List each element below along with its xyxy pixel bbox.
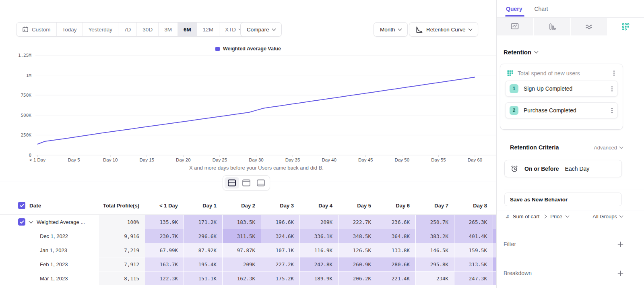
retention-value-cell[interactable]: 383.2K: [416, 229, 454, 243]
retention-value-cell[interactable]: 116.9K: [300, 243, 338, 257]
retention-value-cell[interactable]: 234K: [416, 271, 454, 285]
retention-value-cell[interactable]: 171.2K: [184, 215, 222, 229]
retention-value-cell[interactable]: 196.6K: [261, 215, 299, 229]
expand-chevron-icon[interactable]: [29, 219, 33, 223]
measurement-property-dropdown[interactable]: # Sum of cart Price: [506, 213, 569, 220]
retention-value-cell[interactable]: 97.87K: [223, 243, 261, 257]
retention-value-cell[interactable]: 195.4K: [184, 257, 222, 271]
range-button-custom[interactable]: Custom: [17, 23, 57, 36]
retention-value-cell[interactable]: 227.2K: [261, 257, 299, 271]
range-button-today[interactable]: Today: [57, 23, 83, 36]
retention-value-cell[interactable]: 265.3K: [454, 215, 493, 229]
row-checkbox[interactable]: [18, 218, 25, 226]
tab-chart[interactable]: Chart: [534, 0, 548, 17]
retention-value-cell[interactable]: 162.3K: [223, 271, 261, 285]
range-button-7d[interactable]: 7D: [118, 23, 137, 36]
retention-value-cell[interactable]: 183.5K: [223, 215, 261, 229]
criteria-condition-card[interactable]: On or Before Each Day: [504, 160, 622, 177]
retention-value-cell[interactable]: 209K: [223, 257, 261, 271]
retention-value-cell[interactable]: 221.4K: [377, 271, 415, 285]
retention-value-cell[interactable]: 311.5K: [223, 229, 261, 243]
behavior-header[interactable]: Total spend of new users: [500, 64, 623, 81]
retention-value-cell[interactable]: 87.92K: [184, 243, 222, 257]
retention-value-cell[interactable]: 324.6K: [261, 229, 299, 243]
retention-value-cell[interactable]: 250.7K: [416, 215, 454, 229]
retention-value-cell[interactable]: 209K: [300, 215, 338, 229]
criteria-condition: On or Before: [524, 166, 559, 172]
row-label: Dec 1, 2022: [40, 233, 68, 239]
range-button-3m[interactable]: 3M: [159, 23, 178, 36]
report-tab-insights[interactable]: [497, 18, 534, 35]
retention-value-cell[interactable]: 260.9K: [339, 257, 377, 271]
compare-button[interactable]: Compare: [240, 22, 282, 37]
kebab-menu-icon[interactable]: [613, 73, 615, 74]
retention-value-cell[interactable]: 126.5K: [339, 243, 377, 257]
retention-value-cell[interactable]: 348.5K: [339, 229, 377, 243]
retention-value-cell[interactable]: 247.3K: [454, 271, 493, 285]
x-axis-tick: < 1 Day: [19, 157, 56, 162]
kebab-menu-icon[interactable]: [611, 88, 613, 89]
tab-query[interactable]: Query: [506, 0, 522, 17]
retention-value-cell[interactable]: 336.1K: [300, 229, 338, 243]
retention-value-cell[interactable]: 206.2K: [339, 271, 377, 285]
retention-value-cell[interactable]: 67.99K: [145, 243, 184, 257]
range-button-30d[interactable]: 30D: [137, 23, 159, 36]
range-button-yesterday[interactable]: Yesterday: [83, 23, 119, 36]
retention-table: DateTotal Profile(s)< 1 DayDay 1Day 2Day…: [0, 197, 496, 286]
retention-value-cell[interactable]: 230.7K: [145, 229, 184, 243]
compare-label: Compare: [247, 27, 269, 33]
x-axis-tick: Day 55: [420, 157, 456, 162]
retention-value-cell[interactable]: 151.1K: [184, 271, 222, 285]
behavior-step[interactable]: 2Purchase Completed: [505, 102, 618, 118]
retention-value-cell[interactable]: 295.8K: [416, 257, 454, 271]
retention-value-cell[interactable]: 163.7K: [145, 257, 184, 271]
granularity-label: Month: [380, 27, 395, 33]
select-all-checkbox[interactable]: [18, 202, 25, 209]
range-label: 7D: [124, 27, 131, 33]
retention-value-cell[interactable]: 242.8K: [300, 257, 338, 271]
legend-swatch: [215, 47, 220, 51]
row-label-cell: Feb 1, 2023: [0, 257, 99, 271]
add-breakdown-button[interactable]: [617, 270, 623, 276]
retention-value-cell[interactable]: 236.6K: [377, 215, 415, 229]
granularity-button[interactable]: Month: [374, 22, 408, 37]
chart-type-button[interactable]: Retention Curve: [409, 22, 478, 37]
chart-legend[interactable]: Weighted Average Value: [0, 46, 496, 52]
y-axis-tick: 1.25M: [2, 53, 31, 58]
retention-value-cell[interactable]: 401.4K: [454, 229, 493, 243]
range-button-6m[interactable]: 6M: [178, 23, 197, 36]
retention-value-cell[interactable]: 107.1K: [261, 243, 299, 257]
table-row: Jan 1, 20237,21967.99K87.92K97.87K107.1K…: [0, 243, 496, 257]
retention-value-cell[interactable]: 313.5K: [454, 257, 493, 271]
retention-value-cell[interactable]: 222.7K: [339, 215, 377, 229]
add-filter-button[interactable]: [617, 241, 623, 247]
x-axis-tick: Day 45: [347, 157, 384, 162]
funnel-bars-icon: [547, 23, 556, 31]
report-tab-retention[interactable]: [607, 18, 644, 35]
retention-value-cell[interactable]: 159.5K: [454, 243, 493, 257]
retention-value-cell[interactable]: 364.8K: [377, 229, 415, 243]
retention-value-cell[interactable]: 175.2K: [261, 271, 299, 285]
range-button-12m[interactable]: 12M: [197, 23, 219, 36]
retention-section-header[interactable]: Retention: [504, 49, 538, 56]
chart-view-toggle[interactable]: [239, 177, 254, 189]
report-tab-flows[interactable]: [571, 18, 608, 35]
retention-value-cell[interactable]: 135.9K: [145, 215, 184, 229]
criteria-window[interactable]: Each Day: [565, 166, 590, 172]
retention-value-cell[interactable]: 146.5K: [416, 243, 454, 257]
retention-value-cell[interactable]: 189.9K: [300, 271, 338, 285]
report-tab-funnels[interactable]: [534, 18, 571, 35]
retention-value-cell[interactable]: 122.3K: [145, 271, 184, 285]
table-view-toggle[interactable]: [254, 177, 268, 189]
filter-section: Filter: [504, 241, 623, 247]
all-groups-dropdown[interactable]: All Groups: [592, 213, 623, 220]
save-as-new-behavior-button[interactable]: Save as New Behavior: [504, 193, 622, 206]
x-axis-tick: Day 10: [92, 157, 128, 162]
split-view-toggle[interactable]: [225, 177, 239, 189]
retention-value-cell[interactable]: 296.6K: [184, 229, 222, 243]
retention-value-cell[interactable]: 133.8K: [377, 243, 415, 257]
retention-value-cell[interactable]: 280.6K: [377, 257, 415, 271]
behavior-step[interactable]: 1Sign Up Completed: [505, 81, 618, 97]
advanced-dropdown[interactable]: Advanced: [594, 145, 623, 151]
kebab-menu-icon[interactable]: [611, 110, 613, 111]
